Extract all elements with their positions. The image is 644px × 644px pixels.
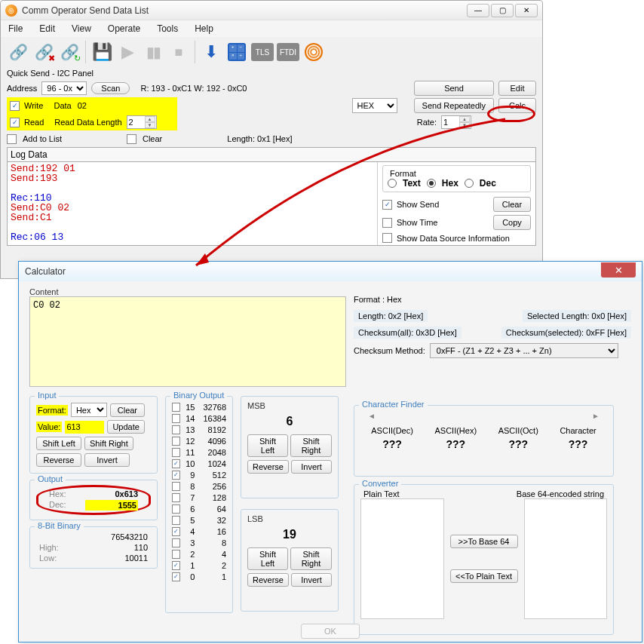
disconnect-icon[interactable]: 🔗✖ — [32, 41, 55, 63]
maximize-button[interactable]: ▢ — [491, 4, 514, 17]
cf-next-icon[interactable]: ► — [592, 412, 600, 420]
pause-icon[interactable]: ▮▮ — [142, 41, 164, 63]
menu-view[interactable]: View — [72, 23, 91, 34]
format-select[interactable]: HEX — [352, 98, 397, 113]
minimize-button[interactable]: — — [467, 4, 489, 17]
bit-checkbox-15[interactable] — [172, 403, 180, 412]
spin-up-icon[interactable]: ▲ — [459, 116, 470, 122]
msb-invert-button[interactable]: Invert — [291, 460, 332, 474]
close-button[interactable]: ✕ — [515, 4, 538, 17]
show-time-checkbox[interactable] — [382, 218, 392, 228]
toolbar: 🔗 🔗✖ 🔗↻ 💾 ▶ ▮▮ ■ ⬇ +−×÷ TLS FTDI — [1, 37, 542, 67]
ok-button[interactable]: OK — [301, 624, 360, 639]
show-send-checkbox[interactable] — [382, 200, 392, 210]
bit-checkbox-9[interactable] — [172, 471, 180, 480]
msb-shift-left-button[interactable]: Shift Left — [247, 434, 288, 457]
scan-button[interactable]: Scan — [91, 82, 130, 94]
input-invert-button[interactable]: Invert — [84, 453, 130, 467]
address-select[interactable]: 96 - 0x60 — [41, 81, 87, 95]
clear-checkbox[interactable] — [127, 134, 136, 144]
log-header: Log Data — [7, 147, 536, 161]
menu-tools[interactable]: Tools — [157, 23, 178, 34]
bit-checkbox-12[interactable] — [172, 437, 180, 446]
edit-button[interactable]: Edit — [498, 81, 536, 96]
input-shift-right-button[interactable]: Shift Right — [84, 437, 133, 450]
bit-checkbox-8[interactable] — [172, 482, 180, 491]
value-input[interactable] — [65, 421, 104, 434]
checksum-method-select[interactable]: 0xFF - (Z1 + Z2 + Z3 + ... + Zn) — [430, 343, 618, 358]
to-base64-button[interactable]: >>To Base 64 — [450, 535, 518, 548]
spin-up-icon[interactable]: ▲ — [145, 116, 155, 122]
data-input[interactable] — [76, 100, 121, 112]
bit-checkbox-5[interactable] — [172, 516, 180, 525]
reconnect-icon[interactable]: 🔗↻ — [58, 41, 81, 63]
bit-checkbox-6[interactable] — [172, 504, 180, 514]
play-icon[interactable]: ▶ — [116, 41, 139, 63]
bit-row: 38 — [172, 537, 226, 548]
rate-input[interactable]: 1▲▼ — [441, 115, 471, 129]
plain-text-box[interactable] — [360, 498, 444, 619]
format-dec-radio[interactable] — [465, 179, 474, 188]
input-clear-button[interactable]: Clear — [110, 403, 145, 417]
spin-down-icon[interactable]: ▼ — [145, 122, 155, 128]
base64-box[interactable] — [524, 498, 608, 619]
msb-reverse-button[interactable]: Reverse — [247, 460, 289, 474]
tls-icon[interactable]: TLS — [251, 41, 274, 63]
log-copy-button[interactable]: Copy — [493, 215, 531, 230]
bit-checkbox-7[interactable] — [172, 493, 180, 502]
bit-checkbox-13[interactable] — [172, 425, 180, 434]
stop-icon[interactable]: ■ — [167, 41, 190, 63]
menu-operate[interactable]: Operate — [108, 23, 140, 34]
menu-help[interactable]: Help — [195, 23, 213, 34]
lsb-shift-right-button[interactable]: Shift Right — [290, 547, 332, 570]
read-checkbox[interactable] — [10, 118, 20, 127]
bit-checkbox-11[interactable] — [172, 448, 180, 457]
calc-button[interactable]: Calc — [498, 98, 536, 113]
format-info: Format : Hex — [354, 293, 631, 305]
rate-label: Rate: — [417, 118, 437, 127]
save-icon[interactable]: 💾 — [90, 41, 113, 63]
input-shift-left-button[interactable]: Shift Left — [36, 437, 81, 450]
lsb-invert-button[interactable]: Invert — [291, 573, 332, 587]
cf-prev-icon[interactable]: ◄ — [368, 412, 376, 420]
input-reverse-button[interactable]: Reverse — [36, 453, 81, 467]
menu-file[interactable]: File — [8, 23, 23, 34]
checksum-selected-info: Checksum(selected): 0xFF [Hex] — [501, 327, 631, 339]
send-button[interactable]: Send — [414, 81, 494, 96]
bit-checkbox-10[interactable] — [172, 459, 180, 468]
lsb-shift-left-button[interactable]: Shift Left — [247, 547, 288, 570]
bit-checkbox-14[interactable] — [172, 414, 180, 423]
format-text-radio[interactable] — [388, 179, 397, 188]
send-repeatedly-button[interactable]: Send Repeatedly — [414, 98, 494, 113]
content-box[interactable]: C0 02 — [29, 296, 346, 387]
format-hex-radio[interactable] — [427, 179, 436, 188]
calculator-toolbar-icon[interactable]: +−×÷ — [225, 41, 248, 63]
menu-edit[interactable]: Edit — [39, 23, 55, 34]
write-checkbox[interactable] — [10, 101, 20, 111]
download-icon[interactable]: ⬇ — [200, 41, 222, 63]
calc-close-button[interactable]: ✕ — [601, 262, 636, 278]
show-src-checkbox[interactable] — [382, 233, 392, 243]
add-to-list-checkbox[interactable] — [7, 134, 17, 144]
lsb-reverse-button[interactable]: Reverse — [247, 573, 289, 587]
bit-checkbox-1[interactable] — [172, 561, 180, 570]
input-format-select[interactable]: Hex — [71, 403, 107, 417]
checksum-method-label: Checksum Method: — [354, 346, 425, 355]
msb-shift-right-button[interactable]: Shift Right — [290, 434, 332, 457]
to-plain-text-button[interactable]: <<To Plain Text — [450, 569, 518, 583]
ftdi-icon[interactable]: FTDI — [277, 41, 299, 63]
bit-checkbox-3[interactable] — [172, 538, 180, 547]
bit-row: 8256 — [172, 480, 226, 492]
update-button[interactable]: Update — [107, 420, 144, 434]
target-icon[interactable] — [302, 41, 325, 63]
log-line: Rec:06 13 — [11, 232, 374, 242]
connect-icon[interactable]: 🔗 — [7, 41, 29, 63]
log-clear-button[interactable]: Clear — [493, 197, 531, 212]
spin-down-icon[interactable]: ▼ — [459, 122, 470, 128]
bit-checkbox-2[interactable] — [172, 550, 180, 559]
read-length-input[interactable]: 2▲▼ — [127, 115, 157, 129]
panel-label: Quick Send - I2C Panel — [1, 67, 542, 79]
bit-checkbox-4[interactable] — [172, 527, 180, 536]
bit-checkbox-0[interactable] — [172, 572, 180, 581]
log-line — [11, 222, 374, 232]
